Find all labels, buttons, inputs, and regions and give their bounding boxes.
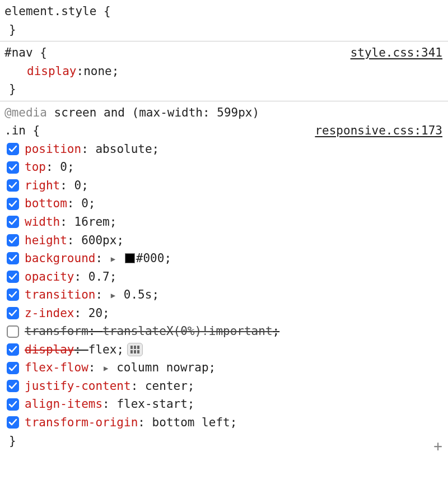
toggle-checkbox[interactable] <box>7 343 19 356</box>
media-query: @media screen and (max-width: 599px) <box>4 104 444 122</box>
prop-bottom[interactable]: bottom: 0; <box>4 194 444 213</box>
toggle-checkbox[interactable] <box>7 143 19 155</box>
prop-name[interactable]: transition <box>25 288 95 301</box>
toggle-checkbox[interactable] <box>7 380 19 392</box>
toggle-checkbox[interactable] <box>7 179 19 192</box>
prop-name[interactable]: flex-flow <box>25 361 88 374</box>
toggle-checkbox[interactable] <box>7 362 19 374</box>
toggle-checkbox[interactable] <box>7 252 19 264</box>
prop-content[interactable]: align-items: flex-start; <box>25 395 194 413</box>
expand-icon[interactable]: ▶ <box>111 290 115 302</box>
prop-value[interactable]: #000 <box>136 252 165 265</box>
prop-value[interactable]: translateX(0%)!important <box>102 324 272 338</box>
source-link-style[interactable]: style.css:341 <box>351 44 442 62</box>
prop-value[interactable]: 0 <box>81 197 88 210</box>
prop-content[interactable]: right: 0; <box>25 176 88 195</box>
source-link-responsive[interactable]: responsive.css:173 <box>315 122 442 140</box>
prop-value[interactable]: 0 <box>60 160 67 174</box>
prop-value[interactable]: 600px <box>81 234 116 247</box>
prop-name[interactable]: align-items <box>25 397 102 411</box>
prop-content[interactable]: width: 16rem; <box>25 213 116 231</box>
prop-display[interactable]: display: flex; <box>4 341 444 359</box>
prop-value[interactable]: 20 <box>88 306 102 320</box>
prop-name[interactable]: display <box>27 62 77 81</box>
prop-align-items[interactable]: align-items: flex-start; <box>4 395 444 413</box>
toggle-checkbox[interactable] <box>7 398 19 411</box>
prop-right[interactable]: right: 0; <box>4 176 444 195</box>
prop-flex-flow[interactable]: flex-flow: ▶ column nowrap; <box>4 359 444 377</box>
prop-content[interactable]: transform: translateX(0%)!important; <box>25 322 279 341</box>
svg-rect-3 <box>130 350 133 353</box>
prop-value[interactable]: flex-start <box>116 397 187 411</box>
prop-content[interactable]: height: 600px; <box>25 231 124 250</box>
prop-value[interactable]: flex <box>88 343 117 356</box>
toggle-checkbox[interactable] <box>7 288 19 301</box>
toggle-checkbox[interactable] <box>7 271 19 283</box>
prop-width[interactable]: width: 16rem; <box>4 213 444 231</box>
prop-name[interactable]: z-index <box>25 306 74 320</box>
prop-content[interactable]: position: absolute; <box>25 140 159 159</box>
prop-name[interactable]: justify-content <box>25 379 131 393</box>
color-swatch[interactable] <box>125 253 135 263</box>
flex-badge-icon[interactable] <box>127 343 143 356</box>
expand-icon[interactable]: ▶ <box>111 253 115 266</box>
prop-name[interactable]: display <box>25 343 74 356</box>
prop-content[interactable]: background: ▶ #000; <box>25 249 171 268</box>
svg-rect-2 <box>137 346 139 349</box>
prop-top[interactable]: top: 0; <box>4 158 444 176</box>
prop-value[interactable]: bottom left <box>152 416 230 429</box>
selector[interactable]: element.style { <box>4 4 111 18</box>
prop-content[interactable]: transition: ▶ 0.5s; <box>25 286 159 304</box>
prop-value[interactable]: 0.7 <box>88 270 110 283</box>
prop-content[interactable]: opacity: 0.7; <box>25 268 116 286</box>
prop-value[interactable]: column nowrap <box>116 361 208 374</box>
prop-content[interactable]: transform-origin: bottom left; <box>25 413 237 432</box>
prop-z-index[interactable]: z-index: 20; <box>4 304 444 323</box>
prop-content[interactable]: flex-flow: ▶ column nowrap; <box>25 359 216 377</box>
prop-value[interactable]: 16rem <box>74 215 110 229</box>
prop-content[interactable]: bottom: 0; <box>25 194 95 213</box>
prop-position[interactable]: position: absolute; <box>4 140 444 159</box>
prop-opacity[interactable]: opacity: 0.7; <box>4 268 444 286</box>
prop-name[interactable]: transform-origin <box>25 416 138 429</box>
prop-transform[interactable]: transform: translateX(0%)!important; <box>4 322 444 341</box>
prop-name[interactable]: position <box>25 142 81 156</box>
prop-name[interactable]: height <box>25 234 67 247</box>
prop-name[interactable]: transform <box>25 324 88 338</box>
toggle-checkbox[interactable] <box>7 325 19 338</box>
prop-content[interactable]: display: flex; <box>25 341 124 359</box>
expand-icon[interactable]: ▶ <box>104 362 108 375</box>
prop-name[interactable]: opacity <box>25 270 74 283</box>
prop-value[interactable]: absolute <box>95 142 152 156</box>
prop-height[interactable]: height: 600px; <box>4 231 444 250</box>
prop-value[interactable]: none <box>83 62 112 81</box>
toggle-checkbox[interactable] <box>7 234 19 246</box>
prop-justify-content[interactable]: justify-content: center; <box>4 377 444 395</box>
toggle-checkbox[interactable] <box>7 216 19 228</box>
toggle-checkbox[interactable] <box>7 416 19 429</box>
prop-name[interactable]: background <box>25 252 95 265</box>
prop-content[interactable]: z-index: 20; <box>25 304 110 323</box>
prop-name[interactable]: width <box>25 215 60 229</box>
selector[interactable]: .in <box>4 124 26 137</box>
prop-name[interactable]: bottom <box>25 197 67 210</box>
prop-name[interactable]: top <box>25 160 46 174</box>
selector[interactable]: #nav <box>4 46 33 59</box>
prop-value[interactable]: center <box>145 379 188 393</box>
prop-value[interactable]: 0 <box>74 179 82 192</box>
svg-rect-4 <box>134 350 136 353</box>
toggle-checkbox[interactable] <box>7 307 19 319</box>
prop-background[interactable]: background: ▶ #000; <box>4 249 444 268</box>
add-property-button[interactable]: + <box>433 439 442 453</box>
svg-rect-0 <box>130 346 133 349</box>
prop-transition[interactable]: transition: ▶ 0.5s; <box>4 286 444 304</box>
toggle-checkbox[interactable] <box>7 198 19 210</box>
prop-content[interactable]: top: 0; <box>25 158 74 176</box>
prop-content[interactable]: justify-content: center; <box>25 377 194 395</box>
prop-transform-origin[interactable]: transform-origin: bottom left; <box>4 413 444 432</box>
toggle-checkbox[interactable] <box>7 161 19 174</box>
prop-display[interactable]: display: none; <box>4 62 444 81</box>
prop-value[interactable]: 0.5s <box>124 288 152 301</box>
prop-name[interactable]: right <box>25 179 60 192</box>
rule-element-style: element.style { } <box>0 0 448 41</box>
